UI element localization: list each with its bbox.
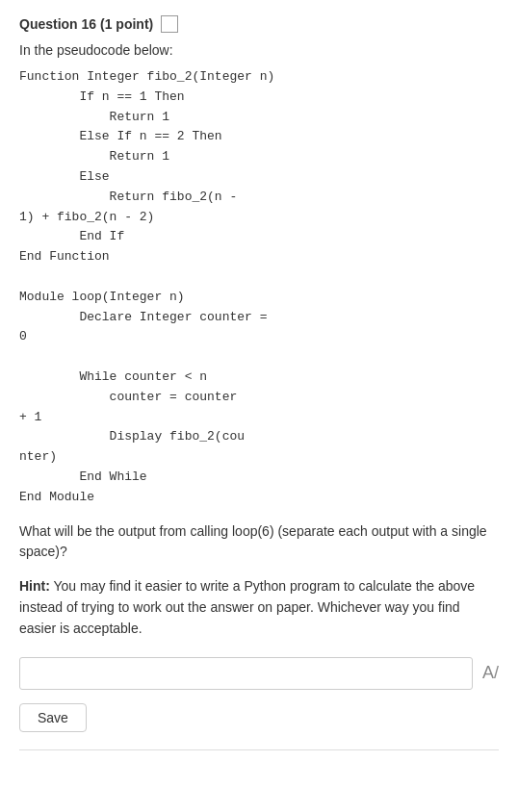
hint-text: Hint: You may find it easier to write a … — [19, 575, 499, 640]
question-prompt: In the pseudocode below: — [19, 42, 499, 58]
save-button[interactable]: Save — [19, 703, 87, 732]
question-points: (1 point) — [100, 16, 153, 32]
output-question: What will be the output from calling loo… — [19, 521, 499, 562]
answer-input[interactable] — [19, 657, 473, 690]
hint-body: You may find it easier to write a Python… — [19, 578, 475, 637]
code-block: Function Integer fibo_2(Integer n) If n … — [19, 67, 499, 508]
divider — [19, 749, 499, 750]
spellcheck-icon[interactable]: A/ — [482, 663, 499, 683]
bookmark-icon[interactable] — [161, 15, 178, 33]
hint-label: Hint: — [19, 578, 50, 594]
question-title: Question 16 (1 point) — [19, 16, 153, 32]
question-container: Question 16 (1 point) In the pseudocode … — [19, 15, 499, 750]
question-header: Question 16 (1 point) — [19, 15, 499, 33]
question-number: Question 16 — [19, 16, 96, 32]
answer-row: A/ — [19, 657, 499, 690]
